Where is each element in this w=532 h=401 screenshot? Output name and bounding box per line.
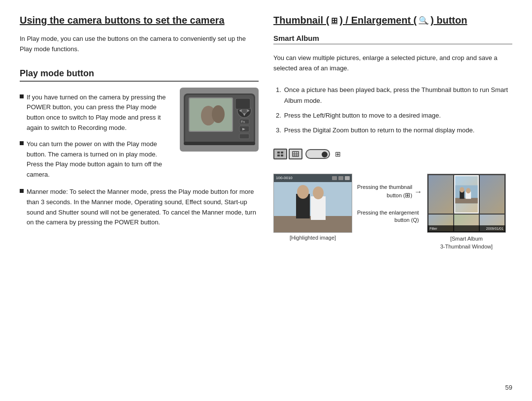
bullet-text-2: You can turn the power on with the Play … [27,139,172,180]
svg-rect-22 [281,154,283,156]
mini-icon-2 [338,176,343,180]
left-column: Using the camera buttons to set the came… [20,15,259,386]
icon-buttons-area: ⊞ [273,149,512,159]
enlargement-symbol: Q [413,217,417,223]
pressing-enlargement-text: Pressing the enlargementbutton (Q) [357,209,419,224]
bottom-bar-date: 2009/01/01 [486,227,503,230]
enlargement-icon-title: 🔍 [419,16,429,25]
right-intro-text: You can view multiple pictures, enlarge … [273,53,512,74]
bullet-square-3 [20,189,24,193]
image-comparison-row: 100-0010 [Highlighted image] [273,174,512,251]
smart-album-subtitle: Smart Album [273,34,512,44]
bullet-item-2: You can turn the power on with the Play … [20,139,172,180]
svg-rect-32 [311,196,326,220]
overlay-info-text: 100-0010 [276,176,293,180]
play-mode-content: If you have turned on the camera by pres… [20,93,259,180]
smart-album-caption: [Smart Album 3-Thumbnail Window] [440,235,493,251]
left-intro-text: In Play mode, you can use the buttons on… [20,34,259,55]
pressing-thumbnail-label: Pressing the thumbnailbutton ( [357,184,412,198]
bottom-bar-filter: Filter [430,227,437,230]
svg-point-31 [297,185,309,199]
thumbnail-symbol: ⊞ [405,191,410,199]
svg-point-39 [466,188,470,193]
play-mode-text: If you have turned on the camera by pres… [20,93,172,180]
bullet-text-3: Manner mode: To select the Manner mode, … [27,187,259,228]
pressing-enlargement-close: ) [417,217,419,223]
svg-point-37 [460,187,464,192]
svg-rect-18 [184,142,255,145]
thumbnail-title-part3: ) button [431,15,467,26]
highlighted-image: 100-0010 [273,174,352,233]
enlargement-icon-area: ⊞ [333,149,343,159]
icon-buttons-group [273,149,302,159]
grid-cell-1 [429,175,453,214]
highlighted-image-block: 100-0010 [Highlighted image] [273,174,352,241]
svg-point-33 [313,186,324,199]
grid-cell-2-highlight [454,175,479,214]
smart-album-bottom-bar: Filter 2009/01/01 [428,225,505,232]
svg-point-5 [212,105,225,123]
camera-image: Fn [180,88,259,152]
step-2-text: Press the Left/Right button to move to a… [284,110,441,121]
smart-album-caption-line2: 3-Thumbnail Window] [440,244,493,249]
numbered-list: 1. Once a picture has been played back, … [276,85,512,140]
right-section-title: Thumbnail ( ⊞ ) / Enlargement ( 🔍 ) butt… [273,15,512,26]
slider-element [305,149,330,159]
bullet-item-1: If you have turned on the camera by pres… [20,93,172,133]
mini-icon-1 [332,176,337,180]
thumbnail-title-part1: Thumbnail ( [273,15,329,26]
svg-rect-23 [293,152,299,156]
icon-btn-1 [273,149,287,159]
smart-album-image: Filter 2009/01/01 [427,174,506,233]
bullet-item-3: Manner mode: To select the Manner mode, … [20,187,259,228]
grid-cell-3 [480,175,504,214]
step-3: 3. Press the Digital Zoom button to retu… [276,125,512,136]
pressing-enlargement-label: Pressing the enlargementbutton ( [357,210,419,223]
pressing-thumbnail-text: Pressing the thumbnailbutton (⊞) [357,184,412,200]
smart-album-caption-line1: [Smart Album [450,236,483,242]
bullet-square-1 [20,94,24,98]
photo-overlay-bar: 100-0010 [274,174,352,182]
thumbnail-title-part2: ) / Enlargement ( [339,15,417,26]
mini-icon-3 [345,176,350,180]
play-mode-title: Play mode button [20,68,259,82]
svg-rect-20 [281,152,283,154]
pressing-thumbnail-close: ) [410,192,412,198]
right-column: Thumbnail ( ⊞ ) / Enlargement ( 🔍 ) butt… [273,15,512,386]
overlay-icons [332,176,350,180]
svg-rect-17 [235,98,250,109]
icon-btn-2 [289,149,302,159]
arrow-right-icon: → [414,186,422,197]
thumbnail-arrow-label: Pressing the thumbnailbutton (⊞) → [357,184,422,200]
step-1-text: Once a picture has been played back, pre… [284,85,512,106]
bullet-square-2 [20,141,24,145]
thumbnail-icon-title: ⊞ [331,16,337,25]
svg-rect-19 [277,152,280,154]
svg-rect-21 [277,154,280,156]
step-3-num: 3. [276,125,281,136]
page-number: 59 [505,384,512,391]
svg-text:Fn: Fn [241,120,245,123]
arrow-labels: Pressing the thumbnailbutton (⊞) → Press… [357,174,422,224]
svg-rect-16 [239,134,249,139]
step-2: 2. Press the Left/Right button to move t… [276,110,512,121]
bullet-text-1: If you have turned on the camera by pres… [27,93,172,133]
smart-grid [428,174,505,232]
left-section-title: Using the camera buttons to set the came… [20,15,259,26]
step-1-num: 1. [276,85,281,106]
smart-album-block: Filter 2009/01/01 [Smart Album 3-Thumbna… [427,174,506,251]
enlargement-arrow-label: Pressing the enlargementbutton (Q) [357,209,422,224]
step-1: 1. Once a picture has been played back, … [276,85,512,106]
step-2-num: 2. [276,110,281,121]
highlighted-caption: [Highlighted image] [290,235,336,241]
step-3-text: Press the Digital Zoom button to return … [284,125,475,136]
